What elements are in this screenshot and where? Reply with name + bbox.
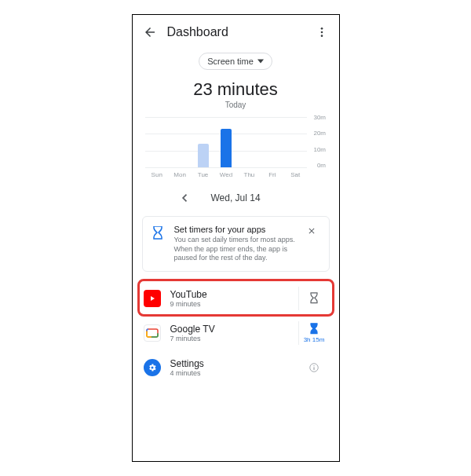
svg-point-8 [313,365,314,366]
chart-x-tick: Fri [261,171,283,178]
app-text: YouTube9 minutes [170,289,289,308]
info-card-body: You can set daily timers for most apps. … [174,236,299,263]
timer-info-card: Set timers for your apps You can set dai… [142,216,330,272]
chart-y-tick: 10m [313,146,326,153]
date-navigator: Wed, Jul 14 [133,191,339,205]
app-timer-button[interactable]: 3h 15m [298,321,330,345]
chart-y-tick: 20m [313,130,326,137]
app-name: Settings [170,358,289,369]
page-title: Dashboard [167,25,228,39]
usage-chart: SunMonTueWedThuFriSat 30m20m10m0m [145,117,326,177]
app-text: Google TV7 minutes [170,324,289,342]
more-vertical-icon [316,26,328,38]
current-date-label: Wed, Jul 14 [210,192,260,203]
chart-x-labels: SunMonTueWedThuFriSat [145,171,307,178]
back-button[interactable] [141,23,159,42]
svg-rect-3 [147,329,158,337]
hourglass-icon [309,292,319,305]
arrow-left-icon [143,25,157,39]
svg-point-1 [320,31,323,34]
info-icon [309,362,319,373]
total-usage: 23 minutes [133,79,339,100]
metric-dropdown[interactable]: Screen time [199,53,272,70]
screen: Dashboard Screen time 23 minutes Today S… [132,14,340,462]
chart-x-tick: Sun [145,171,168,178]
app-header: Dashboard [133,15,339,49]
svg-point-2 [320,35,323,37]
metric-selector-row: Screen time [133,53,339,70]
chart-y-labels: 30m20m10m0m [309,114,326,169]
app-timer-button[interactable] [298,287,330,310]
usage-period: Today [133,101,339,109]
app-usage: 7 minutes [170,335,289,342]
more-options-button[interactable] [312,23,331,42]
prev-day-button[interactable] [177,191,192,205]
app-limit: 3h 15m [304,336,325,343]
svg-rect-5 [147,329,158,337]
app-text: Settings4 minutes [170,358,289,377]
chevron-down-icon [257,58,264,64]
chart-x-tick: Sat [284,171,307,178]
app-name: Google TV [170,324,289,335]
chart-x-tick: Tue [192,171,214,178]
hourglass-icon [149,226,166,242]
chart-x-tick: Mon [168,171,191,178]
metric-dropdown-label: Screen time [207,57,254,66]
settings-icon [144,359,161,376]
chart-plot[interactable] [145,117,307,167]
chart-y-tick: 30m [313,114,326,121]
chevron-left-icon [181,194,188,202]
app-row[interactable]: YouTube9 minutes [133,281,339,316]
svg-rect-9 [313,367,314,370]
hourglass-icon [309,323,319,335]
chart-bar[interactable] [221,129,232,167]
dismiss-card-button[interactable] [307,226,321,236]
app-timer-button[interactable] [298,356,330,379]
chart-bar[interactable] [198,144,209,167]
svg-rect-6 [147,329,158,337]
app-list: YouTube9 minutesGoogle TV7 minutes3h 15m… [133,281,339,385]
app-row[interactable]: Settings4 minutes [133,350,339,385]
youtube-icon [144,290,161,307]
app-usage: 4 minutes [170,369,289,377]
google-tv-icon [144,324,161,342]
app-row[interactable]: Google TV7 minutes3h 15m [133,316,339,350]
app-usage: 9 minutes [170,300,289,308]
chart-x-tick: Wed [214,171,237,178]
chart-x-tick: Thu [238,171,261,178]
app-name: YouTube [170,289,289,300]
svg-point-0 [320,27,323,30]
chart-y-tick: 0m [317,162,326,169]
close-icon [307,226,316,236]
svg-rect-4 [147,329,158,337]
info-card-title: Set timers for your apps [174,225,299,234]
